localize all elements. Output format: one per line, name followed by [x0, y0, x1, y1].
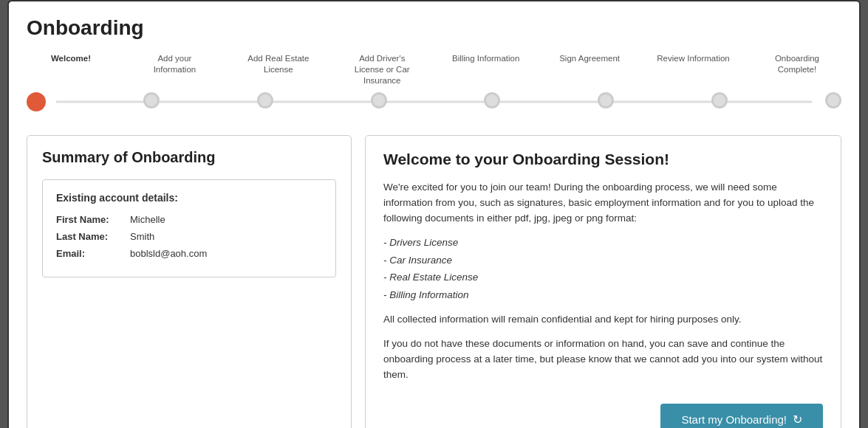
welcome-body: We're excited for you to join our team! … — [383, 180, 823, 392]
detail-row-email: Email: boblsld@aoh.com — [56, 248, 322, 259]
step-label-review: Review Information — [649, 53, 738, 86]
button-row: Start my Onboarding! ↻ — [383, 404, 823, 428]
step-label-real-estate: Add Real EstateLicense — [234, 53, 323, 86]
step-dot-real-estate[interactable] — [257, 92, 273, 108]
step-dot-driver-license[interactable] — [371, 92, 387, 108]
detail-row-lastname: Last Name: Smith — [56, 231, 322, 242]
doc-billing: - Billing Information — [383, 288, 823, 303]
page-title: Onboarding — [27, 16, 841, 40]
welcome-intro: We're excited for you to join our team! … — [383, 180, 823, 227]
step-label-sign: Sign Agreement — [545, 53, 634, 86]
step-dot-review[interactable] — [711, 92, 728, 108]
start-button-label: Start my Onboarding! — [681, 413, 787, 426]
start-onboarding-button[interactable]: Start my Onboarding! ↻ — [660, 404, 823, 428]
account-details: Existing account details: First Name: Mi… — [42, 179, 336, 277]
welcome-card: Welcome to your Onboarding Session! We'r… — [365, 135, 841, 428]
welcome-title: Welcome to your Onboarding Session! — [383, 151, 823, 168]
detail-label-firstname: First Name: — [56, 214, 130, 225]
step-dot-welcome[interactable] — [27, 92, 46, 111]
content-area: Summary of Onboarding Existing account d… — [27, 135, 841, 428]
step-label-driver-license: Add Driver'sLicense or CarInsurance — [338, 53, 426, 86]
step-label-billing: Billing Information — [442, 53, 530, 86]
stepper-track — [27, 91, 841, 113]
step-dot-complete[interactable] — [825, 92, 841, 108]
step-label-add-info: Add yourInformation — [130, 53, 219, 86]
step-dot-add-info[interactable] — [143, 92, 160, 108]
stepper: Welcome! Add yourInformation Add Real Es… — [27, 53, 841, 113]
detail-value-firstname: Michelle — [130, 214, 165, 225]
step-dot-billing[interactable] — [484, 92, 500, 108]
doc-drivers-license: - Drivers License — [383, 235, 823, 251]
detail-label-email: Email: — [56, 248, 130, 259]
detail-value-email: boblsld@aoh.com — [130, 248, 207, 259]
summary-title: Summary of Onboarding — [42, 149, 336, 166]
refresh-icon: ↻ — [793, 413, 802, 427]
document-list: - Drivers License - Car Insurance - Real… — [383, 235, 823, 304]
detail-value-lastname: Smith — [130, 231, 154, 242]
doc-real-estate: - Real Estate License — [383, 270, 823, 286]
stepper-dots — [27, 92, 841, 111]
welcome-confidential: All collected information will remain co… — [383, 312, 823, 328]
main-window: Onboarding Welcome! Add yourInformation … — [7, 0, 861, 428]
summary-card: Summary of Onboarding Existing account d… — [27, 135, 352, 428]
stepper-labels: Welcome! Add yourInformation Add Real Es… — [27, 53, 841, 86]
welcome-save-note: If you do not have these documents or in… — [383, 336, 823, 383]
step-label-complete: OnboardingComplete! — [753, 53, 841, 86]
detail-row-firstname: First Name: Michelle — [56, 214, 322, 225]
step-dot-sign[interactable] — [598, 92, 614, 108]
step-label-welcome: Welcome! — [27, 53, 115, 86]
detail-label-lastname: Last Name: — [56, 231, 130, 242]
account-details-label: Existing account details: — [56, 192, 322, 204]
doc-car-insurance: - Car Insurance — [383, 253, 823, 269]
